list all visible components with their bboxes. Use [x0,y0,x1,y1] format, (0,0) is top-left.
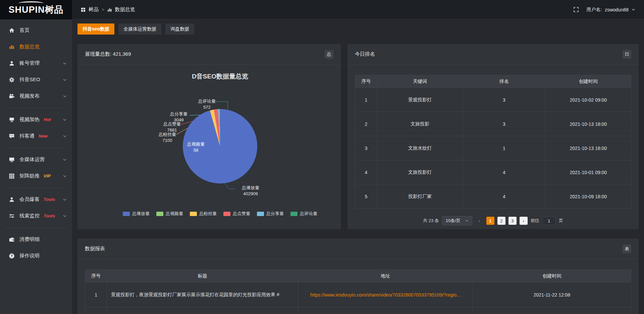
sidebar-item-matrix-boost[interactable]: 矩阵助推 VIP [0,168,72,184]
legend-swatch [290,212,298,216]
hot-badge: Hot [44,117,51,122]
legend-swatch [190,212,197,216]
table-toggle-button[interactable]: 表 [623,245,631,253]
sidebar-item-label: 视频加热 [19,116,40,123]
tab-omnimedia-data[interactable]: 全媒体运营数据 [118,23,161,35]
home-icon [8,28,15,34]
chevron-down-icon [63,78,67,82]
sidebar-item-video-heat[interactable]: 视频加热 Hot [0,111,72,128]
topbar-right: 树品 > 数据总览 用户名: zswodun88 [72,0,644,19]
main-content: 抖音seo数据 全媒体运营数据 询盘数据 展现量总数: 421,369 总 D音… [72,19,644,314]
sidebar: 首页 数据总览 账号管理 抖音SEO 视频发布 视频加热 Hot [0,19,72,314]
vip-badge: VIP [44,173,51,178]
overview-panel: 展现量总数: 421,369 总 D音SEO数据量总览 总评论量572 [77,44,341,229]
bar-chart-icon [107,7,112,12]
chevron-down-icon [63,174,67,178]
tab-inquiry-data[interactable]: 询盘数据 [165,23,194,35]
sidebar-item-label: 全媒体运营 [19,156,45,163]
sidebar-item-home[interactable]: 首页 [0,22,72,39]
sidebar-item-lead-monitor[interactable]: 线索监控 Tools [0,208,72,224]
breadcrumb: 树品 > 数据总览 [81,6,135,13]
sidebar-item-help[interactable]: ? 操作说明 [0,248,72,264]
legend-item[interactable]: 总播放量 [123,211,150,217]
sidebar-item-spend-detail[interactable]: 消费明细 [0,231,72,248]
tab-douyin-seo-data[interactable]: 抖音seo数据 [77,23,114,35]
sidebar-item-label: 数据总览 [19,44,40,50]
svg-text:?: ? [11,254,13,258]
billboard-icon [8,117,15,123]
legend-item[interactable]: 总视频量 [156,211,183,217]
pie-chart: D音SEO数据量总览 总评论量572 总分享量3049 [77,65,341,229]
pie-label-fans: 总粉丝量7100 [151,132,183,144]
page-button-1[interactable]: 1 [486,217,494,225]
sidebar-divider [5,108,67,108]
sidebar-item-omnimedia[interactable]: 全媒体运营 [0,151,72,168]
chevron-down-icon [63,158,67,162]
tools-badge: Tools [44,197,55,202]
chevron-down-icon [63,61,67,65]
table-header-row: 序号 标题 地址 创建时间 [85,270,631,282]
sidebar-item-label: 线索监控 [19,213,40,219]
user-menu[interactable]: 用户名: zswodun88 [586,7,635,13]
legend-swatch [156,212,163,216]
chevron-down-icon [63,198,67,202]
goto-label: 前往 [531,218,539,224]
goto-suffix: 页 [559,218,563,224]
bar-chart-icon [8,44,15,50]
pagination: 共 23 条 10条/页 ‹ 1 2 3 › 前往 页 [347,216,639,225]
page-button-3[interactable]: 3 [508,217,517,225]
sidebar-item-label: 视频发布 [19,93,40,99]
total-toggle-button[interactable]: 总 [325,50,333,59]
chevron-down-icon [465,219,469,222]
legend-item[interactable]: 总分享量 [257,211,284,217]
legend-swatch [257,212,264,216]
breadcrumb-current[interactable]: 数据总览 [115,6,135,13]
breadcrumb-root[interactable]: 树品 [89,6,99,13]
topbar: SHUPIN树品 树品 > 数据总览 用户名: zswodun88 [0,0,644,19]
sidebar-item-label: 账号管理 [19,60,40,66]
logo-text-cn: 树品 [45,5,64,15]
table-row: 1 景观投影灯，夜游景观投影灯厂家展示展示落花灯在花园里的灯光投影应用效果 # … [85,282,631,307]
tools-badge: Tools [44,213,55,218]
sidebar-item-account[interactable]: 账号管理 [0,55,72,71]
chevron-down-icon [63,118,67,122]
table-header-row: 序号 关键词 排名 创建时间 [355,75,631,88]
sidebar-item-member-baoke[interactable]: 会员爆客 Tools [0,191,72,208]
breadcrumb-separator: > [102,7,104,12]
pie-label-comments: 总评论量572 [191,98,223,110]
legend-item[interactable]: 总评论量 [290,211,317,217]
sidebar-item-douketong[interactable]: 抖客通 New [0,128,72,144]
page-button-2[interactable]: 2 [497,217,505,225]
video-url-link[interactable]: https://www.iesdouyin.com/share/video/70… [310,292,461,298]
fullscreen-icon[interactable] [573,7,579,12]
chart-legend: 总播放量 总视频量 总粉丝量 总点赞量 总分享量 总评论量 [123,211,317,217]
table-row [85,307,631,314]
sliders-icon [8,213,15,219]
ranking-table: 序号 关键词 排名 创建时间 1景观投影灯32021-10-02 09:00 2… [355,75,631,209]
day-toggle-button[interactable]: 日 [623,50,631,59]
sidebar-divider [5,148,67,148]
person-icon [8,197,15,203]
legend-item[interactable]: 总点赞量 [223,211,250,217]
table-row: 4文旅投影灯42021-10-01 09:00 [355,160,631,185]
sidebar-item-video-publish[interactable]: 视频发布 [0,88,72,104]
sidebar-item-douyin-seo[interactable]: 抖音SEO [0,71,72,88]
report-panel-header: 数据报表 表 [77,239,639,259]
chevron-down-icon [632,8,635,11]
legend-swatch [223,212,230,216]
prev-page-button[interactable]: ‹ [475,217,483,225]
pagination-total: 共 23 条 [423,218,439,224]
sidebar-item-label: 矩阵助推 [19,173,40,179]
sidebar-item-label: 操作说明 [19,253,40,259]
goto-page-input[interactable] [542,216,556,225]
data-tabs: 抖音seo数据 全媒体运营数据 询盘数据 [77,23,639,35]
ranking-title: 今日排名 [355,51,375,57]
sidebar-item-label: 首页 [19,27,30,34]
legend-item[interactable]: 总粉丝量 [190,211,217,217]
video-title: 景观投影灯，夜游景观投影灯厂家展示展示落花灯在花园里的灯光投影应用效果 # [107,282,298,307]
sidebar-divider [5,227,67,228]
page-size-select[interactable]: 10条/页 [442,216,472,225]
wallet-icon [8,237,15,243]
next-page-button[interactable]: › [520,217,528,225]
sidebar-item-data-overview[interactable]: 数据总览 [0,39,72,55]
